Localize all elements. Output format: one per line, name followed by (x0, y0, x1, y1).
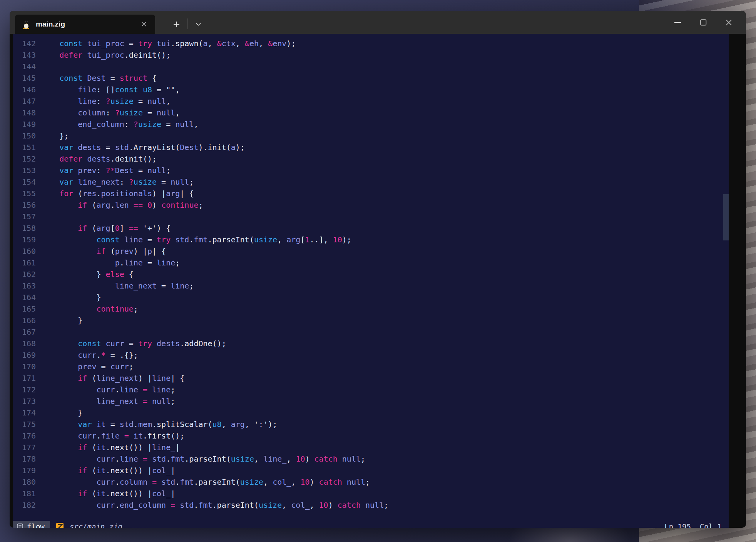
code-line[interactable]: 173 line_next = null; (13, 395, 729, 407)
code-line[interactable]: 181 if (it.next()) |col_| (13, 488, 729, 499)
code-line[interactable]: 171 if (line_next) |line| { (13, 372, 729, 384)
code-line[interactable]: 153 var prev: ?*Dest = null; (13, 165, 729, 176)
code-text: } (41, 292, 101, 303)
code-line[interactable]: 180 curr.column = std.fmt.parseInt(usize… (13, 476, 729, 488)
code-text: if (arg.len == 0) continue; (41, 199, 203, 211)
code-text: if (arg[0] == '+') { (41, 222, 171, 234)
code-line[interactable]: 147 line: ?usize = null, (13, 95, 729, 107)
line-number: 158 (13, 222, 36, 234)
code-line[interactable]: 169 curr.* = .{}; (13, 349, 729, 361)
code-text: curr.end_column = std.fmt.parseInt(usize… (41, 499, 388, 511)
code-line[interactable]: 167 (13, 326, 729, 338)
new-tab-button[interactable] (168, 17, 184, 32)
line-number: 181 (13, 488, 36, 499)
code-line[interactable]: 177 if (it.next()) |line_| (13, 442, 729, 453)
line-number: 167 (13, 326, 36, 338)
code-line[interactable]: 152 defer dests.deinit(); (13, 153, 729, 165)
line-number: 157 (13, 211, 36, 222)
line-number: 149 (13, 118, 36, 130)
line-number: 150 (13, 130, 36, 142)
scrollbar-thumb[interactable] (723, 194, 729, 240)
line-number: 146 (13, 84, 36, 95)
code-line[interactable]: 174 } (13, 407, 729, 419)
code-line[interactable]: 158 if (arg[0] == '+') { (13, 222, 729, 234)
code-line[interactable]: 143 defer tui_proc.deinit(); (13, 49, 729, 61)
code-line[interactable]: 168 const curr = try dests.addOne(); (13, 338, 729, 349)
line-number: 145 (13, 72, 36, 84)
line-number: 166 (13, 315, 36, 326)
code-line[interactable]: 156 if (arg.len == 0) continue; (13, 199, 729, 211)
line-number: 148 (13, 107, 36, 118)
code-line[interactable]: 151 var dests = std.ArrayList(Dest).init… (13, 142, 729, 153)
code-text: curr.line = line; (41, 384, 175, 395)
line-number: 175 (13, 419, 36, 430)
line-number: 164 (13, 292, 36, 303)
line-number: 152 (13, 153, 36, 165)
code-line[interactable]: 148 column: ?usize = null, (13, 107, 729, 118)
code-line[interactable]: 182 curr.end_column = std.fmt.parseInt(u… (13, 499, 729, 511)
window-close-button[interactable] (716, 12, 741, 32)
code-text: if (prev) |p| { (41, 245, 166, 257)
minimize-button[interactable] (665, 12, 691, 32)
code-text: } (41, 315, 82, 326)
code-text: for (res.positionals) |arg| { (41, 188, 194, 199)
code-text: var it = std.mem.splitScalar(u8, arg, ':… (41, 419, 277, 430)
code-line[interactable]: 145 const Dest = struct { (13, 72, 729, 84)
code-line[interactable]: 157 (13, 211, 729, 222)
line-number: 171 (13, 372, 36, 384)
code-text: if (it.next()) |col_| (41, 488, 175, 499)
code-line[interactable]: 149 end_column: ?usize = null, (13, 118, 729, 130)
cursor-position[interactable]: Ln 195, Col 1 (664, 522, 722, 528)
code-line[interactable]: 154 var line_next: ?usize = null; (13, 176, 729, 188)
code-text: line_next = null; (41, 395, 175, 407)
line-number: 174 (13, 407, 36, 419)
line-number: 159 (13, 234, 36, 245)
code-text: } (41, 407, 82, 419)
code-lines: 142 const tui_proc = try tui.spawn(a, &c… (13, 38, 729, 511)
code-line[interactable]: 160 if (prev) |p| { (13, 245, 729, 257)
code-line[interactable]: 164 } (13, 292, 729, 303)
code-line[interactable]: 170 prev = curr; (13, 361, 729, 372)
editor-pane[interactable]: 142 const tui_proc = try tui.spawn(a, &c… (13, 34, 729, 528)
code-line[interactable]: 166 } (13, 315, 729, 326)
code-line[interactable]: 163 line_next = line; (13, 280, 729, 292)
tab-main-zig[interactable]: main.zig (15, 15, 155, 34)
line-number: 162 (13, 268, 36, 280)
line-number: 161 (13, 257, 36, 268)
tab-dropdown-button[interactable] (191, 17, 206, 32)
code-line[interactable]: 165 continue; (13, 303, 729, 315)
flow-mode-button[interactable]: flow (13, 521, 50, 528)
code-line[interactable]: 172 curr.line = line; (13, 384, 729, 395)
code-line[interactable]: 155 for (res.positionals) |arg| { (13, 188, 729, 199)
code-line[interactable]: 146 file: []const u8 = "", (13, 84, 729, 95)
line-number: 180 (13, 476, 36, 488)
code-line[interactable]: 175 var it = std.mem.splitScalar(u8, arg… (13, 419, 729, 430)
window-controls (665, 11, 741, 34)
code-line[interactable]: 159 const line = try std.fmt.parseInt(us… (13, 234, 729, 245)
tux-penguin-icon (22, 19, 30, 29)
maximize-button[interactable] (691, 12, 716, 32)
code-line[interactable]: 162 } else { (13, 268, 729, 280)
line-number: 163 (13, 280, 36, 292)
code-text: var dests = std.ArrayList(Dest).init(a); (41, 142, 245, 153)
code-line[interactable]: 176 curr.file = it.first(); (13, 430, 729, 442)
code-line[interactable]: 179 if (it.next()) |col_| (13, 465, 729, 476)
code-text: if (it.next()) |col_| (41, 465, 175, 476)
code-line[interactable]: 142 const tui_proc = try tui.spawn(a, &c… (13, 38, 729, 49)
code-text: const Dest = struct { (41, 72, 157, 84)
file-path[interactable]: src/main.zig (70, 522, 122, 528)
line-number: 153 (13, 165, 36, 176)
line-number: 169 (13, 349, 36, 361)
tab-close-icon[interactable] (138, 18, 150, 30)
code-line[interactable]: 161 p.line = line; (13, 257, 729, 268)
line-number: 151 (13, 142, 36, 153)
code-text: if (line_next) |line| { (41, 372, 184, 384)
line-number: 144 (13, 61, 36, 72)
line-number: 142 (13, 38, 36, 49)
code-text: curr.column = std.fmt.parseInt(usize, co… (41, 476, 370, 488)
code-text: end_column: ?usize = null, (41, 118, 198, 130)
code-line[interactable]: 178 curr.line = std.fmt.parseInt(usize, … (13, 453, 729, 465)
line-number: 178 (13, 453, 36, 465)
code-line[interactable]: 144 (13, 61, 729, 72)
code-line[interactable]: 150 }; (13, 130, 729, 142)
